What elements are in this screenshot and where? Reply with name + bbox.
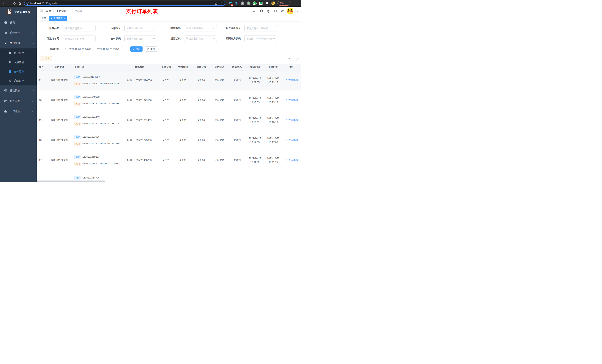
show-search-toggle-icon[interactable] (288, 57, 292, 61)
extension-strip: 10 ⌘ y (228, 1, 275, 5)
view-detail-link[interactable]: 查看详情 (286, 98, 298, 102)
horizontal-scrollbar-thumb[interactable] (37, 180, 105, 182)
pay-tag: 支付 (75, 162, 81, 166)
bookmark-star-icon[interactable]: ☆ (220, 2, 223, 5)
app-select[interactable]: 请选择应用信息 (124, 25, 157, 31)
tab-close-icon[interactable]: × (64, 17, 65, 20)
merchant-order-no-field[interactable] (244, 25, 277, 31)
refund-status-select[interactable]: 请选择退款状态 (184, 35, 217, 42)
refresh-table-icon[interactable] (295, 57, 299, 61)
reset-button[interactable]: 重置 (145, 46, 157, 52)
sidebar-item-merchant-info[interactable]: 商户信息 (0, 48, 37, 58)
sidebar-item-refund-order[interactable]: 退款订单 (0, 76, 37, 85)
user-avatar[interactable] (287, 8, 293, 14)
pay-tag: 支付 (75, 82, 81, 86)
search-icon[interactable] (253, 10, 256, 13)
extension-badge: 10 (231, 4, 233, 6)
merchant-input[interactable] (65, 27, 94, 30)
view-detail-link[interactable]: 查看详情 (286, 158, 298, 162)
col-header-create-time: 创建时间 (246, 65, 264, 69)
document-icon (9, 79, 11, 82)
col-header-title: 商品标题 (120, 65, 159, 69)
extension-dot-icon[interactable] (247, 1, 250, 5)
merchant-select[interactable] (63, 25, 96, 31)
chevron-down-icon (213, 28, 215, 29)
chevron-down-icon (273, 38, 275, 39)
view-detail-link[interactable]: 查看详情 (286, 118, 298, 122)
extension-y-icon[interactable]: y (253, 1, 257, 5)
sidebar-item-infrastructure[interactable]: 基础设施 (0, 85, 37, 96)
github-icon[interactable] (260, 9, 263, 13)
filter-label-merchant-order-no: 商户订单编号 (216, 25, 241, 31)
notify-status-select[interactable]: 请选择订单回调商户状态 (244, 35, 277, 42)
briefcase-icon (4, 110, 7, 113)
reload-icon[interactable] (12, 2, 17, 5)
sidebar: 芋道管理系统 首页 系统管理 (0, 7, 37, 182)
table-row: 19 微信 JSAPI 支付 商户1635311881440 支付4200001… (37, 110, 301, 130)
font-size-icon[interactable]: TT (281, 10, 284, 13)
sidebar-item-workflow[interactable]: 工作流程 (0, 106, 37, 116)
main-area: 首页 / 支付管理 / 支付订单 支付订单列表 ? (37, 7, 301, 182)
col-header-status: 支付状态 (211, 65, 228, 69)
breadcrumb-home[interactable]: 首页 (46, 10, 51, 12)
extension-pin-icon[interactable] (235, 1, 238, 5)
site-info-icon[interactable]: i (26, 2, 29, 5)
merchant-tag: 商户 (75, 95, 81, 99)
chevron-down-icon (153, 28, 155, 29)
fullscreen-icon[interactable] (274, 10, 277, 13)
create-time-range-picker[interactable]: 2021-10-01 00:00:00 - 2021-10-31 23:59:5… (63, 46, 126, 52)
merchant-order-no-input[interactable] (246, 27, 275, 30)
avatar-caret-icon[interactable]: ▼ (297, 10, 298, 12)
extension-grid-icon[interactable]: 10 (228, 1, 232, 5)
url-text: localhost:1024/pay/order (30, 2, 58, 5)
home-icon[interactable] (17, 2, 22, 5)
view-detail-link[interactable]: 查看详情 (286, 138, 298, 142)
share-icon[interactable] (215, 2, 217, 5)
app: 芋道管理系统 首页 系统管理 (0, 7, 301, 182)
tab-pay-order[interactable]: 支付订单 × (49, 16, 67, 21)
table-row: 21 微信 JSAPI 支付 商户1635312124657 支付4200001… (37, 71, 301, 90)
filter-label-create-time: 创建时间 (40, 46, 59, 52)
breadcrumb-pay-mgmt[interactable]: 支付管理 (56, 10, 67, 12)
sidebar-item-app-info[interactable]: 应用信息 (0, 58, 37, 67)
sidebar-item-pay-order[interactable]: ¥ 支付订单 (0, 67, 37, 76)
forward-icon[interactable]: → (7, 2, 12, 5)
url-bar[interactable]: i localhost:1024/pay/order ☆ (24, 1, 225, 6)
sidebar-item-system[interactable]: 系统管理 (0, 28, 37, 38)
monitor-icon (4, 89, 7, 92)
filter-label-notify-status: 回调商户状态 (216, 35, 241, 42)
table-header-row: 编号 支付渠道 支付订单 商品标题 支付金额 手续金额 退款金额 支付状态 回调… (37, 64, 301, 71)
back-icon[interactable]: ← (1, 2, 7, 5)
view-detail-link[interactable]: 查看详情 (286, 78, 298, 82)
channel-order-no-input[interactable] (65, 37, 94, 40)
tab-home[interactable]: 首页 (40, 16, 48, 21)
browser-menu-icon[interactable]: ⋮ (286, 2, 288, 4)
extensions-puzzle-icon[interactable] (265, 1, 269, 5)
screen: ← → i localhost:1024/pay/order ☆ 10 ⌘ (0, 0, 301, 182)
sidebar-item-home[interactable]: 首页 (0, 17, 37, 28)
sidebar-item-dev-tools[interactable]: 研发工具 (0, 96, 37, 106)
pay-status-select[interactable]: 请选择支付状态 (124, 35, 157, 42)
sidebar-logo[interactable]: 芋道管理系统 (0, 7, 37, 17)
filter-label-merchant: 所属商户 (40, 25, 59, 31)
browser-chrome: ← → i localhost:1024/pay/order ☆ 10 ⌘ (0, 0, 301, 7)
help-icon[interactable]: ? (267, 10, 270, 13)
sidebar-item-payment[interactable]: ¥ 支付管理 (0, 38, 37, 48)
channel-code-select[interactable]: 请输入渠道编码 (184, 25, 217, 31)
filter-label-channel-code: 渠道编码 (161, 25, 181, 31)
channel-order-no-field[interactable] (63, 35, 96, 42)
chevron-down-icon (32, 100, 34, 102)
pay-tag: 支付 (75, 122, 81, 126)
search-button[interactable]: 搜索 (130, 46, 142, 52)
col-header-pay-time: 支付时间 (264, 65, 282, 69)
extension-chat-icon[interactable] (259, 1, 263, 5)
browser-update-button[interactable]: 更新 ⋮ (278, 1, 290, 6)
merchant-tag: 商户 (75, 176, 81, 180)
date-end: 2021-10-31 23:59:59 (97, 48, 119, 51)
profile-emoji-icon[interactable] (271, 1, 275, 5)
sidebar-collapse-icon[interactable] (40, 9, 43, 13)
chevron-down-icon (32, 111, 34, 112)
export-button[interactable]: 导出 (40, 56, 52, 61)
chevron-down-icon (213, 38, 215, 39)
extension-command-icon[interactable]: ⌘ (241, 1, 244, 5)
